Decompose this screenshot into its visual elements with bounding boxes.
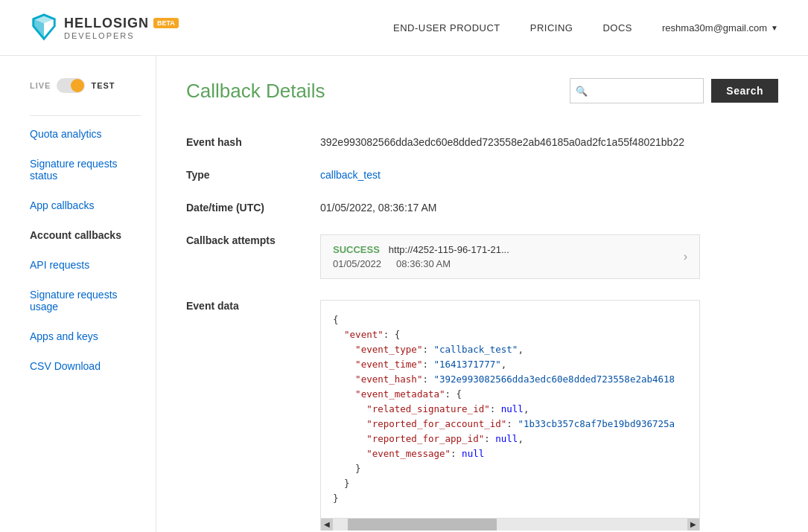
beta-badge: BETA: [153, 18, 179, 28]
main-layout: LIVE TEST Quota analytics Signature requ…: [0, 56, 808, 532]
sidebar-item-sig-requests-usage[interactable]: Signature requests usage: [30, 280, 141, 321]
sidebar-item-apps-and-keys[interactable]: Apps and keys: [30, 321, 141, 351]
sidebar-item-account-callbacks[interactable]: Account callbacks: [30, 220, 141, 250]
json-line-2: "event_type": "callback_test",: [333, 342, 687, 357]
chevron-right-icon[interactable]: ›: [684, 250, 687, 263]
datetime-value: 01/05/2022, 08:36:17 AM: [320, 191, 778, 224]
logo-area: HELLOSIGN BETA DEVELOPERS: [30, 13, 179, 42]
details-grid: Event hash 392e993082566dda3edc60e8dded7…: [186, 126, 778, 532]
scrollbar-thumb: [348, 519, 497, 531]
toggle-knob: [71, 79, 84, 92]
page-title: Callback Details: [186, 80, 555, 103]
json-line-3: "event_time": "1641371777",: [333, 357, 687, 372]
sidebar-item-app-callbacks[interactable]: App callbacks: [30, 190, 141, 220]
test-label: TEST: [91, 81, 115, 90]
event-data-label: Event data: [186, 289, 320, 322]
attempt-time: 08:36:30 AM: [396, 258, 451, 269]
live-test-toggle[interactable]: [57, 78, 85, 93]
search-input-wrapper: 🔍: [570, 78, 704, 103]
logo-text: HELLOSIGN BETA DEVELOPERS: [64, 16, 179, 40]
scrollbar-left-arrow[interactable]: ◀: [321, 519, 333, 531]
type-value: callback_test: [320, 158, 778, 191]
json-line-12: }: [333, 491, 687, 506]
json-line-4: "event_hash": "392e993082566dda3edc60e8d…: [333, 372, 687, 387]
json-line-6: "related_signature_id": null,: [333, 402, 687, 417]
user-menu[interactable]: reshma30m@gmail.com ▼: [662, 22, 778, 33]
brand-name: HELLOSIGN: [64, 16, 149, 31]
search-area: 🔍 Search: [570, 78, 778, 103]
sidebar-nav: Quota analytics Signature requests statu…: [30, 119, 141, 381]
sidebar-item-sig-requests-status[interactable]: Signature requests status: [30, 149, 141, 190]
json-line-11: }: [333, 476, 687, 491]
sidebar: LIVE TEST Quota analytics Signature requ…: [0, 56, 156, 532]
event-hash-label: Event hash: [186, 126, 320, 158]
json-line-1: "event": {: [333, 327, 687, 342]
header: HELLOSIGN BETA DEVELOPERS END-USER PRODU…: [0, 0, 808, 56]
nav-docs[interactable]: DOCS: [602, 22, 632, 33]
scrollbar-track[interactable]: [333, 519, 687, 531]
success-badge: SUCCESS: [333, 244, 380, 255]
callback-attempts-label: Callback attempts: [186, 224, 320, 257]
search-button[interactable]: Search: [711, 79, 778, 103]
json-line-7: "reported_for_account_id": "1b33cb357c8a…: [333, 417, 687, 432]
attempt-url: http://4252-115-96-171-21...: [389, 244, 509, 255]
sidebar-item-csv-download[interactable]: CSV Download: [30, 351, 141, 381]
json-line-0: {: [333, 313, 687, 327]
attempt-top: SUCCESS http://4252-115-96-171-21...: [333, 244, 675, 255]
nav-links: END-USER PRODUCT PRICING DOCS: [393, 22, 632, 33]
toggle-row: LIVE TEST: [30, 78, 141, 93]
sidebar-divider: [30, 115, 141, 116]
nav-pricing[interactable]: PRICING: [530, 22, 573, 33]
attempt-bottom: 01/05/2022 08:36:30 AM: [333, 258, 675, 269]
search-icon: 🔍: [576, 86, 588, 97]
content-header: Callback Details 🔍 Search: [186, 78, 778, 103]
callback-attempts-block: SUCCESS http://4252-115-96-171-21... 01/…: [320, 224, 778, 289]
scrollbar-right-arrow[interactable]: ▶: [687, 519, 699, 531]
type-label: Type: [186, 158, 320, 191]
datetime-label: Date/time (UTC): [186, 191, 320, 224]
callback-attempts-box[interactable]: SUCCESS http://4252-115-96-171-21... 01/…: [320, 234, 700, 279]
callback-attempt-info: SUCCESS http://4252-115-96-171-21... 01/…: [333, 244, 675, 269]
json-line-8: "reported_for_app_id": null,: [333, 432, 687, 446]
event-data-block: { "event": { "event_type": "callback_tes…: [320, 289, 778, 532]
chevron-down-icon: ▼: [771, 24, 778, 32]
logo-sub: DEVELOPERS: [64, 31, 179, 40]
event-data-box: { "event": { "event_type": "callback_tes…: [320, 300, 700, 519]
search-input[interactable]: [570, 78, 704, 103]
sidebar-item-quota-analytics[interactable]: Quota analytics: [30, 119, 141, 149]
attempt-date: 01/05/2022: [333, 258, 381, 269]
json-line-5: "event_metadata": {: [333, 387, 687, 402]
nav-end-user-product[interactable]: END-USER PRODUCT: [393, 22, 500, 33]
event-hash-value: 392e993082566dda3edc60e8dded723558e2ab46…: [320, 126, 778, 158]
logo-icon: [30, 13, 58, 42]
content-area: Callback Details 🔍 Search Event hash 392…: [156, 56, 808, 532]
json-line-10: }: [333, 461, 687, 476]
live-label: LIVE: [30, 81, 51, 90]
sidebar-item-api-requests[interactable]: API requests: [30, 250, 141, 280]
json-line-9: "event_message": null: [333, 446, 687, 461]
scrollbar-area: ◀ ▶: [320, 519, 700, 531]
user-email: reshma30m@gmail.com: [662, 22, 767, 33]
